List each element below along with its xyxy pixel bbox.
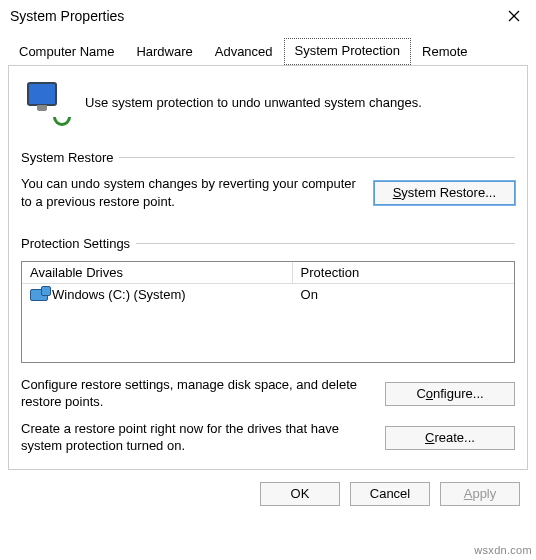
- group-system-restore: System Restore: [21, 150, 515, 165]
- drives-table-body[interactable]: Windows (C:) (System) On: [22, 284, 514, 362]
- ok-button[interactable]: OK: [260, 482, 340, 506]
- divider: [119, 157, 515, 158]
- create-button[interactable]: Create...: [385, 426, 515, 450]
- group-protection-title: Protection Settings: [21, 236, 130, 251]
- table-row[interactable]: Windows (C:) (System) On: [22, 284, 514, 305]
- drive-status-cell: On: [293, 286, 514, 303]
- cancel-button[interactable]: Cancel: [350, 482, 430, 506]
- col-available-drives: Available Drives: [22, 262, 293, 283]
- close-icon: [508, 10, 520, 22]
- tab-advanced[interactable]: Advanced: [204, 39, 284, 65]
- configure-row: Configure restore settings, manage disk …: [21, 377, 515, 411]
- col-protection: Protection: [293, 262, 514, 283]
- title-bar: System Properties: [0, 0, 536, 32]
- drive-name: Windows (C:) (System): [52, 287, 186, 302]
- restore-desc: You can undo system changes by reverting…: [21, 175, 360, 210]
- tab-remote[interactable]: Remote: [411, 39, 479, 65]
- system-restore-button[interactable]: System Restore...: [374, 181, 515, 205]
- configure-button[interactable]: Configure...: [385, 382, 515, 406]
- create-desc: Create a restore point right now for the…: [21, 421, 371, 455]
- system-protection-icon: [27, 82, 67, 122]
- hero-row: Use system protection to undo unwanted s…: [27, 82, 511, 122]
- group-protection-settings: Protection Settings: [21, 236, 515, 251]
- tabs-row: Computer Name Hardware Advanced System P…: [8, 38, 528, 65]
- tab-hardware[interactable]: Hardware: [125, 39, 203, 65]
- configure-desc: Configure restore settings, manage disk …: [21, 377, 371, 411]
- restore-row: You can undo system changes by reverting…: [21, 175, 515, 210]
- close-button[interactable]: [492, 0, 536, 32]
- tab-computer-name[interactable]: Computer Name: [8, 39, 125, 65]
- watermark: wsxdn.com: [474, 544, 532, 556]
- apply-button: Apply: [440, 482, 520, 506]
- drives-table-header: Available Drives Protection: [22, 262, 514, 284]
- tab-body: Use system protection to undo unwanted s…: [8, 65, 528, 470]
- create-row: Create a restore point right now for the…: [21, 421, 515, 455]
- group-system-restore-title: System Restore: [21, 150, 113, 165]
- dialog-button-bar: OK Cancel Apply: [0, 470, 536, 506]
- drive-icon: [30, 289, 48, 301]
- divider: [136, 243, 515, 244]
- hero-text: Use system protection to undo unwanted s…: [85, 95, 422, 110]
- tab-system-protection[interactable]: System Protection: [284, 38, 412, 65]
- drives-table: Available Drives Protection Windows (C:)…: [21, 261, 515, 363]
- window-title: System Properties: [10, 8, 124, 24]
- drive-name-cell: Windows (C:) (System): [22, 286, 293, 303]
